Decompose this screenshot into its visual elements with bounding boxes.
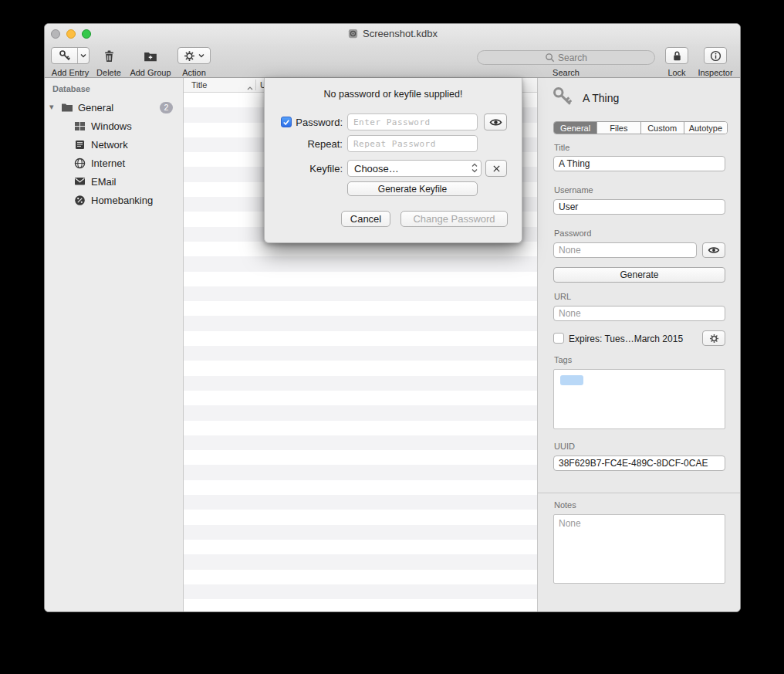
sidebar-group-label: General	[78, 102, 113, 113]
password-field-label: Password	[554, 229, 591, 238]
sidebar-item-internet[interactable]: Internet	[45, 155, 184, 172]
dialog-password-label: Password:	[265, 117, 343, 128]
delete-button[interactable]	[93, 47, 124, 66]
change-password-button[interactable]: Change Password	[400, 211, 508, 227]
gear-icon	[709, 334, 719, 344]
search-icon	[545, 52, 555, 63]
uuid-field[interactable]	[553, 456, 725, 471]
cancel-button[interactable]: Cancel	[341, 211, 390, 227]
lock-label: Lock	[667, 68, 685, 77]
uuid-label: UUID	[554, 442, 575, 451]
gear-icon	[184, 50, 195, 62]
title-field-label: Title	[554, 143, 569, 152]
sidebar-item-homebanking[interactable]: Homebanking	[45, 192, 184, 209]
folder-icon	[61, 102, 73, 115]
action-label: Action	[182, 68, 206, 77]
sidebar-group-general[interactable]: ▾ General 2	[45, 100, 184, 117]
percent-coin-icon	[74, 195, 86, 208]
disclosure-triangle-icon[interactable]: ▾	[49, 102, 54, 112]
globe-icon	[74, 157, 86, 171]
key-icon	[52, 48, 77, 63]
toolbar: Add Entry Delete Add Group Action	[45, 44, 740, 78]
folder-plus-icon	[144, 50, 157, 63]
dialog-password-input[interactable]	[347, 113, 478, 130]
change-password-dialog: No password or keyfile supplied! Passwor…	[264, 78, 522, 243]
eye-icon	[489, 117, 502, 127]
clear-keyfile-button[interactable]	[485, 160, 507, 177]
close-x-icon	[492, 164, 501, 173]
sidebar: Database ▾ General 2 Windows Networ	[45, 78, 184, 611]
column-divider[interactable]	[255, 80, 256, 90]
reveal-password-button[interactable]	[702, 242, 725, 258]
titlebar[interactable]: Screenshot.kdbx	[45, 24, 740, 44]
sidebar-item-email[interactable]: EMail	[45, 174, 184, 191]
add-group-button[interactable]	[130, 47, 171, 66]
sidebar-item-label: Internet	[91, 157, 125, 169]
chevron-down-icon[interactable]	[77, 48, 89, 63]
tag-chip[interactable]	[560, 375, 583, 385]
add-group-label: Add Group	[130, 68, 171, 77]
key-icon	[552, 86, 573, 107]
dialog-repeat-input[interactable]	[347, 135, 478, 152]
trash-icon	[103, 49, 116, 63]
windows-icon	[74, 120, 86, 134]
username-field[interactable]	[553, 199, 725, 215]
dialog-keyfile-label: Keyfile:	[265, 163, 343, 174]
tags-label: Tags	[554, 355, 572, 364]
entry-title: A Thing	[583, 92, 619, 104]
sidebar-section-header: Database	[52, 84, 90, 93]
window-title-text: Screenshot.kdbx	[363, 28, 438, 39]
inspector-label: Inspector	[698, 68, 732, 77]
dialog-repeat-label: Repeat:	[265, 138, 343, 150]
search-placeholder: Search	[558, 52, 587, 63]
sidebar-item-label: Windows	[91, 120, 132, 132]
dialog-message: No password or keyfile supplied!	[265, 89, 522, 100]
tab-autotype[interactable]: Autotype	[684, 122, 727, 134]
dialog-reveal-password-button[interactable]	[484, 113, 507, 130]
document-icon	[347, 28, 359, 39]
url-field[interactable]	[553, 306, 725, 321]
password-field[interactable]	[553, 242, 697, 258]
generate-password-button[interactable]: Generate	[553, 267, 725, 283]
inspector-panel: A Thing General Files Custom Autotype Ti…	[537, 78, 741, 611]
sidebar-item-label: EMail	[91, 176, 117, 188]
generate-keyfile-button[interactable]: Generate Keyfile	[347, 181, 478, 196]
notes-label: Notes	[554, 500, 576, 510]
notes-field[interactable]	[553, 514, 725, 584]
title-field[interactable]	[553, 156, 725, 171]
lock-icon	[671, 50, 683, 62]
add-entry-label: Add Entry	[52, 68, 89, 77]
network-icon	[74, 139, 86, 153]
sidebar-item-windows[interactable]: Windows	[45, 118, 184, 135]
tab-custom[interactable]: Custom	[641, 122, 684, 134]
action-button[interactable]	[177, 47, 211, 64]
keyfile-dropdown[interactable]: Choose…	[347, 160, 482, 177]
eye-icon	[708, 246, 720, 255]
sort-ascending-icon	[247, 83, 253, 92]
chevron-down-icon	[198, 53, 204, 58]
desktop-background: Screenshot.kdbx Add Entry	[0, 0, 784, 674]
popup-stepper-icon	[471, 163, 478, 173]
keyfile-selected-value: Choose…	[354, 163, 399, 174]
column-header-title[interactable]: Title	[191, 80, 207, 90]
username-field-label: Username	[554, 185, 593, 195]
expires-settings-button[interactable]	[702, 330, 725, 346]
info-icon	[710, 50, 721, 62]
tab-general[interactable]: General	[554, 122, 597, 134]
add-entry-button[interactable]	[51, 47, 90, 64]
expires-checkbox[interactable]	[553, 333, 564, 344]
search-label: Search	[553, 68, 580, 77]
sidebar-item-network[interactable]: Network	[45, 137, 184, 154]
inspector-button[interactable]	[704, 47, 727, 64]
tab-files[interactable]: Files	[597, 122, 640, 134]
expires-label[interactable]: Expires: Tues…March 2015	[569, 334, 683, 344]
tags-field[interactable]	[553, 369, 725, 429]
search-input[interactable]: Search	[477, 50, 655, 65]
app-window: Screenshot.kdbx Add Entry	[44, 23, 741, 612]
window-title: Screenshot.kdbx	[45, 28, 740, 39]
sidebar-item-label: Homebanking	[91, 195, 153, 206]
inspector-tabs: General Files Custom Autotype	[553, 121, 728, 134]
url-field-label: URL	[554, 292, 571, 301]
lock-button[interactable]	[665, 47, 688, 64]
delete-label: Delete	[96, 68, 121, 77]
